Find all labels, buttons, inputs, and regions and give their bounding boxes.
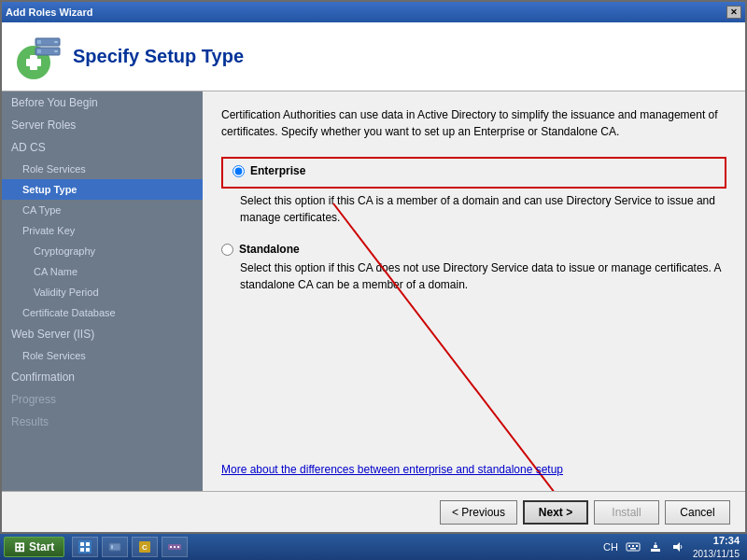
svg-rect-12: [80, 542, 84, 546]
svg-rect-5: [54, 41, 58, 43]
taskbar: ⊞ Start C CH 17:34 2013/11/15: [0, 534, 747, 560]
svg-rect-11: [78, 540, 92, 553]
wizard-content: Certification Authorities can use data i…: [203, 91, 745, 491]
install-button[interactable]: Install: [594, 500, 659, 525]
sidebar-item-before-you-begin[interactable]: Before You Begin: [2, 91, 203, 114]
wizard-footer: < Previous Next > Install Cancel: [2, 491, 745, 532]
wizard-window: Add Roles Wizard ✕ Specify Setu: [0, 0, 747, 534]
sidebar-item-private-key[interactable]: Private Key: [2, 220, 203, 241]
server-roles-svg: [17, 35, 62, 79]
wizard-header: Specify Setup Type: [2, 22, 745, 91]
sidebar-item-web-server-iis[interactable]: Web Server (IIS): [2, 323, 203, 345]
keyboard-icon: [626, 539, 641, 554]
next-button[interactable]: Next >: [523, 500, 588, 525]
enterprise-description: Select this option if this CA is a membe…: [240, 192, 726, 226]
svg-rect-31: [655, 542, 655, 545]
svg-rect-7: [37, 49, 41, 53]
enterprise-radio-row: Enterprise: [233, 164, 715, 177]
sidebar: Before You BeginServer RolesAD CSRole Se…: [2, 91, 203, 491]
title-bar: Add Roles Wizard ✕: [2, 2, 745, 22]
svg-marker-32: [673, 542, 680, 552]
taskbar-right: CH 17:34 2013/11/15: [603, 534, 747, 559]
enterprise-box: Enterprise: [221, 157, 726, 189]
taskbar-apps: C: [72, 537, 188, 557]
taskbar-time: 17:34: [693, 534, 740, 547]
taskbar-app-4[interactable]: [162, 537, 188, 557]
sidebar-item-certificate-database[interactable]: Certificate Database: [2, 302, 203, 323]
svg-rect-23: [177, 546, 179, 548]
taskbar-lang: CH: [603, 541, 618, 553]
svg-rect-28: [630, 548, 636, 550]
network-icon: [648, 539, 663, 554]
enterprise-option: Enterprise Select this option if this CA…: [221, 157, 726, 226]
svg-rect-2: [26, 59, 41, 66]
svg-rect-15: [86, 548, 90, 552]
taskbar-clock: 17:34 2013/11/15: [693, 534, 740, 559]
svg-rect-14: [80, 548, 84, 552]
sidebar-item-progress[interactable]: Progress: [2, 388, 203, 411]
svg-rect-29: [651, 549, 660, 552]
standalone-label[interactable]: Standalone: [239, 243, 300, 256]
wizard-title: Specify Setup Type: [73, 46, 244, 67]
window-title: Add Roles Wizard: [6, 7, 92, 18]
previous-button[interactable]: < Previous: [440, 500, 517, 525]
sidebar-item-validity-period[interactable]: Validity Period: [2, 282, 203, 302]
sidebar-item-setup-type[interactable]: Setup Type: [2, 179, 203, 200]
wizard-body: Before You BeginServer RolesAD CSRole Se…: [2, 91, 745, 491]
title-bar-buttons: ✕: [726, 6, 741, 19]
sidebar-item-ca-type[interactable]: CA Type: [2, 200, 203, 220]
svg-rect-21: [170, 546, 172, 548]
sidebar-item-ad-cs[interactable]: AD CS: [2, 136, 203, 159]
taskbar-app-2[interactable]: [102, 537, 128, 557]
sidebar-item-cryptography[interactable]: Cryptography: [2, 241, 203, 261]
svg-rect-27: [636, 545, 638, 547]
svg-rect-25: [628, 545, 630, 547]
svg-rect-8: [54, 50, 58, 52]
enterprise-radio[interactable]: [233, 165, 245, 177]
content-description: Certification Authorities can use data i…: [221, 106, 726, 140]
standalone-description: Select this option if this CA does not u…: [240, 259, 726, 293]
red-arrow-annotation: [277, 185, 613, 491]
svg-text:C: C: [142, 543, 148, 552]
taskbar-app-3[interactable]: C: [132, 537, 158, 557]
standalone-radio[interactable]: [221, 244, 233, 256]
wizard-icon: [17, 35, 62, 79]
sidebar-item-role-services-iis[interactable]: Role Services: [2, 345, 203, 366]
sidebar-item-server-roles[interactable]: Server Roles: [2, 114, 203, 136]
svg-rect-13: [86, 542, 90, 546]
start-label: Start: [29, 540, 54, 553]
svg-rect-16: [109, 543, 120, 551]
sidebar-item-role-services[interactable]: Role Services: [2, 159, 203, 179]
svg-rect-17: [111, 545, 113, 549]
start-button[interactable]: ⊞ Start: [4, 537, 64, 557]
svg-rect-26: [632, 545, 634, 547]
volume-icon: [670, 539, 685, 554]
more-info-link[interactable]: More about the differences between enter…: [221, 463, 563, 476]
svg-rect-30: [654, 545, 657, 548]
sidebar-item-confirmation[interactable]: Confirmation: [2, 366, 203, 388]
standalone-option: Standalone Select this option if this CA…: [221, 243, 726, 293]
sidebar-item-results[interactable]: Results: [2, 411, 203, 433]
sidebar-item-ca-name[interactable]: CA Name: [2, 261, 203, 282]
standalone-radio-row: Standalone: [221, 243, 726, 256]
cancel-button[interactable]: Cancel: [665, 500, 730, 525]
taskbar-app-1[interactable]: [72, 537, 98, 557]
enterprise-label[interactable]: Enterprise: [250, 164, 305, 177]
svg-rect-22: [174, 546, 176, 548]
taskbar-date: 2013/11/15: [693, 548, 740, 560]
svg-rect-4: [37, 40, 41, 44]
close-button[interactable]: ✕: [726, 6, 741, 19]
